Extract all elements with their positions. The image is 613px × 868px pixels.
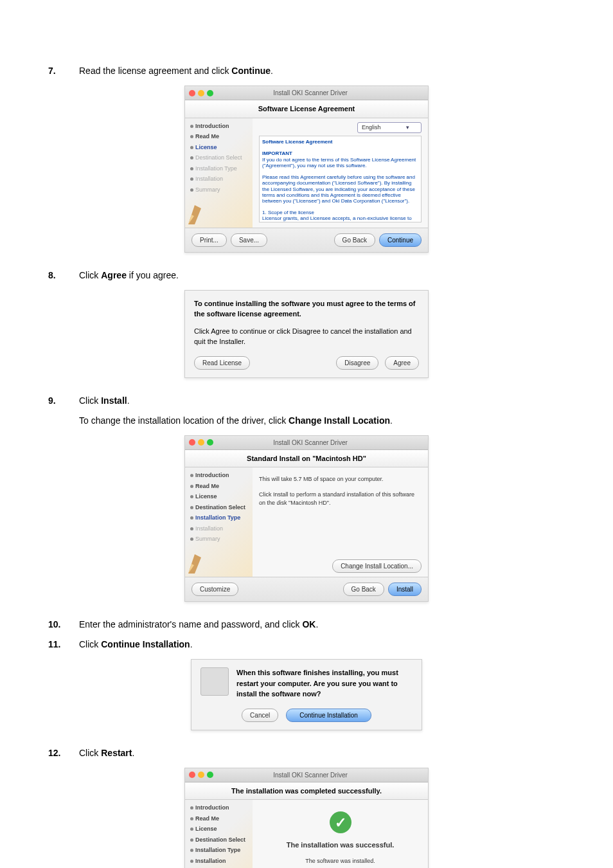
read-license-button[interactable]: Read License <box>194 356 250 370</box>
check-icon: ✓ <box>330 811 351 833</box>
zoom-icon[interactable] <box>207 90 213 96</box>
step-9: 9. Click Install. <box>48 394 565 408</box>
success-dialog: Install OKI Scanner Driver The installat… <box>184 768 429 869</box>
minimize-icon[interactable] <box>198 772 204 778</box>
license-pane: English▾ Software License Agreement IMPO… <box>253 118 428 228</box>
continue-installation-dialog: When this software finishes installing, … <box>191 659 422 730</box>
goback-button[interactable]: Go Back <box>343 583 384 596</box>
license-text: Software License Agreement IMPORTANT If … <box>259 136 422 222</box>
agree-body: Click Agree to continue or click Disagre… <box>194 326 419 347</box>
language-select[interactable]: English▾ <box>357 122 422 134</box>
subheader: Software License Agreement <box>185 100 428 118</box>
close-icon[interactable] <box>189 439 195 446</box>
minimize-icon[interactable] <box>198 439 204 446</box>
install-button[interactable]: Install <box>388 583 422 596</box>
agree-dialog: To continue installing the software you … <box>184 290 429 378</box>
chevron-down-icon: ▾ <box>406 123 409 132</box>
change-location-button[interactable]: Change Install Location... <box>332 559 422 573</box>
step-text: Read the license agreement and click Con… <box>79 64 565 78</box>
installer-sidebar: Introduction Read Me License Destination… <box>185 118 253 228</box>
agree-button[interactable]: Agree <box>385 356 419 370</box>
standard-install-dialog: Install OKI Scanner Driver Standard Inst… <box>184 435 429 602</box>
goback-button[interactable]: Go Back <box>334 233 375 247</box>
minimize-icon[interactable] <box>198 90 204 96</box>
step-8: 8. Click Agree if you agree. <box>48 269 565 282</box>
disagree-button[interactable]: Disagree <box>336 356 378 370</box>
step-12: 12. Click Restart. <box>48 746 565 760</box>
step-9-sub: To change the installation location of t… <box>79 414 565 428</box>
pencil-icon <box>185 189 224 228</box>
step-7: 7. Read the license agreement and click … <box>48 64 565 78</box>
license-dialog: Install OKI Scanner Driver Software Lice… <box>184 86 429 253</box>
zoom-icon[interactable] <box>207 439 213 446</box>
continue-button[interactable]: Continue <box>379 233 422 247</box>
save-button[interactable]: Save... <box>231 233 267 247</box>
cancel-button[interactable]: Cancel <box>242 709 278 722</box>
continue-text: When this software finishes installing, … <box>236 667 413 700</box>
installer-icon <box>200 667 229 696</box>
customize-button[interactable]: Customize <box>191 583 238 596</box>
step-10: 10. Enter the administrator's name and p… <box>48 618 565 631</box>
step-11: 11. Click Continue Installation. <box>48 638 565 651</box>
titlebar: Install OKI Scanner Driver <box>185 86 428 100</box>
button-bar: Print... Save... Go Back Continue <box>185 228 428 252</box>
print-button[interactable]: Print... <box>191 233 227 247</box>
zoom-icon[interactable] <box>207 772 213 778</box>
step-num: 7. <box>48 64 66 78</box>
agree-heading: To continue installing the software you … <box>194 298 419 320</box>
pencil-icon <box>185 538 224 577</box>
window-title: Install OKI Scanner Driver <box>216 88 424 98</box>
continue-installation-button[interactable]: Continue Installation <box>286 709 371 722</box>
close-icon[interactable] <box>189 90 195 96</box>
close-icon[interactable] <box>189 772 195 778</box>
